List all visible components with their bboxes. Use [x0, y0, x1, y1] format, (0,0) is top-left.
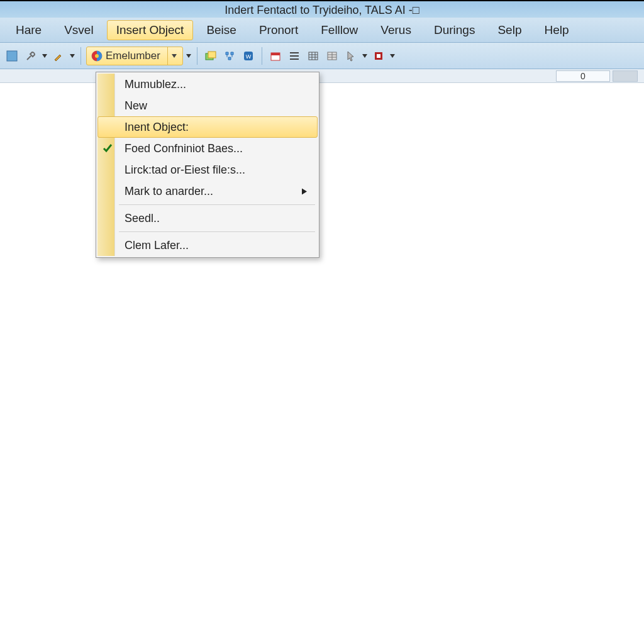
combo-dropdown-button[interactable]: [167, 47, 180, 65]
svg-point-2: [95, 54, 99, 58]
dropdown-caret-icon[interactable]: [389, 54, 396, 58]
dropdown-item[interactable]: Lirck:tad or-Eiest file:s...: [97, 159, 318, 180]
dropdown-separator: [119, 204, 315, 205]
toolbar: Emelumber W: [0, 43, 644, 69]
toolbar-icon-app[interactable]: [4, 48, 20, 64]
calendar-icon[interactable]: [267, 48, 284, 64]
toolbar-separator: [80, 47, 81, 65]
dropdown-item[interactable]: Inent Object:: [97, 116, 318, 138]
dropdown-caret-icon[interactable]: [42, 54, 48, 58]
menu-item-durings[interactable]: Durings: [425, 20, 484, 40]
dropdown-item[interactable]: Clem Lafer...: [97, 235, 318, 256]
menu-item-beise[interactable]: Beise: [197, 20, 246, 40]
window-title: Indert Fentactl to Tryideiho, TALS AI -□: [225, 4, 419, 16]
dropdown-item-label: Mumublez...: [125, 78, 186, 91]
dropdown-item-label: Inent Object:: [125, 121, 189, 134]
document-icon[interactable]: W: [240, 48, 257, 64]
dropdown-item[interactable]: Mumublez...: [97, 74, 318, 95]
insert-object-dropdown: Mumublez...NewInent Object:Foed Confnini…: [96, 72, 319, 258]
title-bar: Indert Fentactl to Tryideiho, TALS AI -□: [0, 0, 644, 18]
object-type-combo[interactable]: Emelumber: [86, 47, 183, 65]
menu-item-help[interactable]: Help: [535, 20, 578, 40]
svg-text:W: W: [246, 53, 252, 60]
toolbar-separator: [262, 47, 262, 65]
menu-bar: HareVsvelInsert ObjectBeisePronortFelllo…: [0, 18, 644, 43]
dropdown-item[interactable]: Seedl..: [97, 208, 318, 229]
dropdown-item-label: New: [125, 99, 147, 113]
flag-icon[interactable]: [370, 48, 387, 64]
table-icon[interactable]: [305, 48, 321, 64]
check-icon: [101, 142, 114, 155]
dropdown-separator: [119, 231, 315, 232]
status-value-cell: 0: [556, 70, 610, 82]
menu-item-hare[interactable]: Hare: [6, 20, 51, 40]
layers-icon[interactable]: [203, 48, 219, 64]
dropdown-item[interactable]: Mark to anarder...: [97, 180, 318, 202]
globe-icon: [91, 50, 103, 62]
dropdown-caret-icon[interactable]: [362, 54, 368, 58]
dropdown-item-label: Clem Lafer...: [125, 239, 189, 252]
brush-icon[interactable]: [50, 48, 67, 64]
menu-item-pronort[interactable]: Pronort: [250, 20, 308, 40]
dropdown-item-label: Seedl..: [125, 212, 160, 225]
svg-rect-8: [271, 53, 280, 55]
dropdown-item[interactable]: Foed Confniniot Baes...: [97, 138, 318, 159]
tree-icon[interactable]: [221, 48, 238, 64]
status-empty-cell: [613, 70, 638, 82]
grid-icon[interactable]: [324, 48, 340, 64]
svg-rect-9: [309, 52, 318, 60]
svg-rect-4: [208, 52, 216, 58]
dropdown-item[interactable]: New: [97, 95, 318, 116]
combo-label: Emelumber: [106, 50, 165, 62]
dropdown-item-label: Mark to anarder...: [125, 185, 213, 198]
menu-item-selp[interactable]: Selp: [488, 20, 531, 40]
list-icon[interactable]: [286, 48, 303, 64]
menu-item-verus[interactable]: Verus: [371, 20, 421, 40]
toolbar-separator: [197, 47, 197, 65]
dropdown-caret-icon[interactable]: [69, 54, 75, 58]
dropdown-item-label: Foed Confniniot Baes...: [125, 142, 243, 155]
cursor-icon[interactable]: [343, 48, 359, 64]
wrench-icon[interactable]: [23, 48, 39, 64]
submenu-arrow-icon: [302, 185, 307, 198]
dropdown-item-label: Lirck:tad or-Eiest file:s...: [125, 164, 245, 177]
svg-rect-0: [7, 51, 17, 61]
menu-item-felllow[interactable]: Felllow: [311, 20, 367, 40]
menu-item-insert-object[interactable]: Insert Object: [107, 20, 194, 40]
dropdown-caret-icon[interactable]: [186, 54, 192, 58]
menu-item-vsvel[interactable]: Vsvel: [55, 20, 103, 40]
